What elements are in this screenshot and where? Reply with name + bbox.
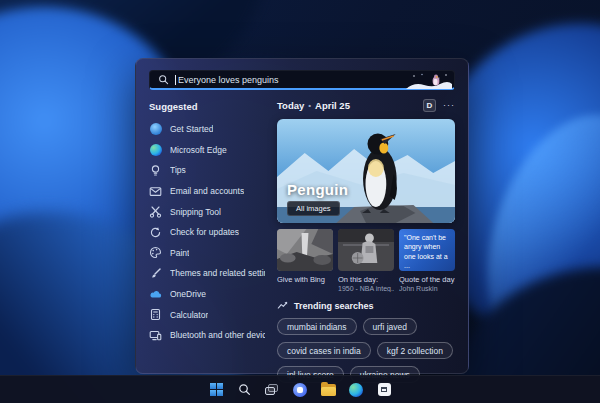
lightbulb-icon: [149, 164, 162, 177]
sidebar-item-calculator[interactable]: Calculator: [149, 304, 265, 325]
trending-pill[interactable]: covid cases in india: [277, 342, 371, 359]
sidebar-item-get-started[interactable]: Get Started: [149, 119, 265, 140]
card-caption: Give with Bing: [277, 275, 333, 284]
calculator-icon: [149, 308, 162, 321]
hero-penguin-card[interactable]: Penguin All images: [277, 119, 455, 223]
search-icon: [158, 74, 169, 85]
sidebar-item-snipping-tool[interactable]: Snipping Tool: [149, 201, 265, 222]
windows-start-icon[interactable]: [208, 381, 225, 398]
trending-pill[interactable]: kgf 2 collection: [377, 342, 453, 359]
trending-pills: mumbai indians urfi javed covid cases in…: [277, 318, 455, 383]
get-started-icon: [149, 123, 162, 136]
card-caption: On this day:: [338, 275, 394, 284]
search-flyout-panel: Suggested Get Started Microsoft Edge Tip…: [135, 58, 469, 374]
card-subcaption: 1950 - NBA integ...: [338, 285, 394, 292]
brush-icon: [149, 267, 162, 280]
sidebar-item-onedrive[interactable]: OneDrive: [149, 284, 265, 305]
scissors-icon: [149, 205, 162, 218]
sidebar-item-paint[interactable]: Paint: [149, 243, 265, 264]
penguin-illustration-icon: [406, 72, 452, 89]
card-subcaption: John Ruskin: [399, 285, 455, 292]
sidebar-item-check-updates[interactable]: Check for updates: [149, 222, 265, 243]
sidebar-item-themes[interactable]: Themes and related settings: [149, 263, 265, 284]
daily-content: Today • April 25 D ···: [277, 99, 455, 383]
chat-icon[interactable]: [292, 381, 309, 398]
search-bar[interactable]: [149, 70, 455, 90]
sidebar-item-tips[interactable]: Tips: [149, 160, 265, 181]
refresh-icon: [149, 226, 162, 239]
sidebar-item-microsoft-edge[interactable]: Microsoft Edge: [149, 140, 265, 161]
taskbar: [0, 375, 600, 403]
hero-title: Penguin: [287, 181, 348, 198]
trending-pill[interactable]: mumbai indians: [277, 318, 357, 335]
trending-title: Trending searches: [294, 301, 374, 311]
card-quote-of-the-day[interactable]: "One can't be angry when one looks at a …: [399, 229, 455, 292]
quote-text: "One can't be angry when one looks at a …: [399, 229, 455, 271]
daily-date: Today • April 25: [277, 100, 350, 111]
devices-icon: [149, 329, 162, 342]
card-caption: Quote of the day:: [399, 275, 455, 284]
trending-icon: [277, 300, 288, 311]
file-explorer-icon[interactable]: [320, 381, 337, 398]
on-this-day-photo: [338, 229, 394, 271]
trending-pill[interactable]: urfi javed: [363, 318, 418, 335]
store-icon[interactable]: [376, 381, 393, 398]
envelope-icon: [149, 185, 162, 198]
all-images-button[interactable]: All images: [287, 201, 340, 216]
profile-badge[interactable]: D: [423, 99, 436, 112]
sidebar-item-email-accounts[interactable]: Email and accounts: [149, 181, 265, 202]
palette-icon: [149, 246, 162, 259]
sidebar-item-bluetooth-devices[interactable]: Bluetooth and other devices sett...: [149, 325, 265, 346]
suggested-section: Suggested Get Started Microsoft Edge Tip…: [149, 99, 265, 383]
edge-browser-icon[interactable]: [348, 381, 365, 398]
suggested-title: Suggested: [149, 101, 265, 112]
more-options-button[interactable]: ···: [443, 101, 455, 110]
card-give-with-bing[interactable]: Give with Bing: [277, 229, 333, 292]
taskbar-search-icon[interactable]: [236, 381, 253, 398]
card-on-this-day[interactable]: On this day: 1950 - NBA integ...: [338, 229, 394, 292]
give-with-bing-photo: [277, 229, 333, 271]
cloud-icon: [149, 288, 162, 301]
task-view-icon[interactable]: [264, 381, 281, 398]
text-caret: [175, 75, 176, 85]
edge-icon: [149, 143, 162, 156]
dot-separator: •: [308, 101, 311, 110]
